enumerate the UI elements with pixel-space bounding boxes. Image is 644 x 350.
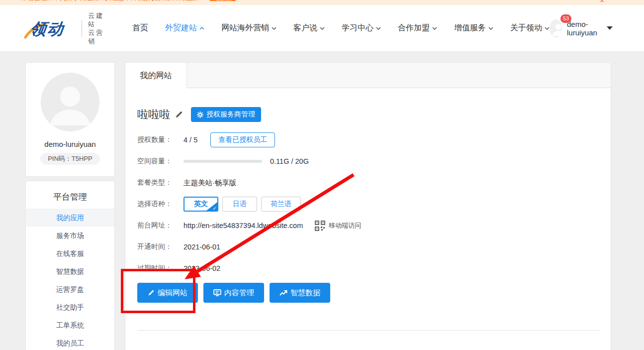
check-icon: ✓ <box>213 206 217 211</box>
sidebar-item-operation-compass[interactable]: 运营罗盘 <box>26 280 114 298</box>
profile-card: demo-luruiyuan PIN码：T5HPP <box>25 62 115 177</box>
nav-item-home[interactable]: 首页 <box>132 23 148 33</box>
gear-icon <box>197 112 203 118</box>
notice-link[interactable]: 立即前往 <box>210 0 236 1</box>
language-button-japanese[interactable]: 日语 <box>222 197 257 212</box>
main-nav: 首页 外贸建站 网站海外营销 客户说 学习中心 合作加盟 增值服务 关于领动 <box>132 23 550 33</box>
qr-code-icon <box>315 221 325 231</box>
auth-count-row: 授权数量： 4 / 5 查看已授权员工 <box>137 132 599 147</box>
avatar <box>41 73 99 131</box>
site-actions: 编辑网站 内容管理 智慧数据 <box>137 283 599 303</box>
nav-item-learning-center[interactable]: 学习中心 <box>342 23 381 33</box>
sidebar-section-title: 平台管理 <box>26 191 114 203</box>
nav-item-value-added[interactable]: 增值服务 <box>454 23 493 33</box>
logo-mark: 领动 <box>25 17 73 39</box>
open-date-row: 开通时间： 2021-06-01 <box>137 239 599 254</box>
plan-type-value: 主题美站·畅享版 <box>184 178 236 188</box>
pin-code: PIN码：T5HPP <box>40 153 100 165</box>
language-button-dutch[interactable]: 荷兰语 <box>261 197 301 212</box>
edit-title-pencil-icon[interactable] <box>175 111 183 118</box>
edit-website-button[interactable]: 编辑网站 <box>137 283 198 303</box>
person-icon <box>48 81 92 125</box>
main-panel: 我的网站 啦啦啦 授权服务商管理 授权数量： 4 <box>125 62 611 350</box>
sidebar-item-smart-data[interactable]: 智慧数据 <box>26 262 114 280</box>
chevron-down-icon <box>320 27 325 30</box>
capacity-value: 0.11G / 20G <box>270 157 309 165</box>
site-url-row: 前台网址： http://en-site54837394.ldwebsite.c… <box>137 218 599 233</box>
language-button-english[interactable]: 英文 ✓ <box>184 197 218 212</box>
header: 领动 云建站 云营销 首页 外贸建站 网站海外营销 客户说 学习中心 合作加盟 <box>0 5 644 51</box>
capacity-row: 空间容量： 0.11G / 20G <box>137 154 599 169</box>
chevron-up-icon <box>199 27 204 30</box>
caret-down-icon <box>607 26 613 30</box>
sidebar-item-my-apps[interactable]: 我的应用 <box>26 209 114 227</box>
pencil-icon <box>148 289 155 296</box>
plan-type-row: 套餐类型： 主题美站·畅享版 <box>137 175 599 190</box>
nav-item-overseas-marketing[interactable]: 网站海外营销 <box>221 23 276 33</box>
chevron-down-icon <box>376 27 381 30</box>
expire-date-row: 过期时间： 2023-06-02 <box>137 261 599 276</box>
content-icon <box>213 289 221 296</box>
person-icon <box>552 22 562 36</box>
username: demo-luruiyuan <box>567 20 603 37</box>
tab-strip: 我的网站 <box>125 63 611 88</box>
chevron-down-icon <box>432 27 437 30</box>
chevron-down-icon <box>545 27 550 30</box>
sidebar-menu: 平台管理 我的应用 服务市场 在线客服 智慧数据 运营罗盘 社交助手 工单系统 … <box>25 181 115 350</box>
expire-date-value: 2023-06-02 <box>184 264 220 272</box>
sidebar-item-online-support[interactable]: 在线客服 <box>26 244 114 262</box>
auth-count-value: 4 / 5 <box>184 136 197 144</box>
mobile-access-label: 移动端访问 <box>329 221 361 230</box>
avatar <box>550 19 562 37</box>
mobile-access[interactable]: 移动端访问 <box>315 221 361 231</box>
sidebar-item-my-staff[interactable]: 我的员工 <box>26 334 114 350</box>
profile-username: demo-luruiyuan <box>26 140 114 148</box>
notification-badge: 53 <box>560 14 571 23</box>
logo[interactable]: 领动 云建站 云营销 <box>25 11 107 45</box>
site-title: 啦啦啦 <box>137 107 170 122</box>
nav-item-foreign-trade[interactable]: 外贸建站 <box>165 23 204 33</box>
nav-item-about[interactable]: 关于领动 <box>510 23 550 33</box>
content-area: demo-luruiyuan PIN码：T5HPP 平台管理 我的应用 服务市场… <box>0 51 644 350</box>
logo-text: 领动 <box>29 18 66 40</box>
user-menu[interactable]: 53 demo-luruiyuan <box>550 19 613 37</box>
site-title-row: 啦啦啦 授权服务商管理 <box>137 107 599 122</box>
notice-text: 邮箱验证后，为防手机遗漏回执信息，方便接收系统邮件提醒。 <box>21 0 202 1</box>
sidebar-item-social-assistant[interactable]: 社交助手 <box>26 298 114 316</box>
smart-data-button[interactable]: 智慧数据 <box>270 283 330 303</box>
open-date-value: 2021-06-01 <box>184 243 220 251</box>
authorize-provider-button[interactable]: 授权服务商管理 <box>191 107 261 122</box>
view-authorized-staff-button[interactable]: 查看已授权员工 <box>210 132 275 147</box>
sidebar-item-service-market[interactable]: 服务市场 <box>26 227 114 244</box>
chevron-down-icon <box>272 27 276 30</box>
logo-tagline: 云建站 云营销 <box>88 11 107 45</box>
notice-banner: 邮箱验证后，为防手机遗漏回执信息，方便接收系统邮件提醒。立即前往 × <box>0 0 644 5</box>
trend-up-icon <box>279 290 287 296</box>
section-divider <box>138 330 600 331</box>
capacity-progress-bar <box>184 160 262 163</box>
nav-item-customer-voice[interactable]: 客户说 <box>293 23 325 33</box>
close-icon[interactable]: × <box>600 0 604 4</box>
language-row: 选择语种： 英文 ✓ 日语 荷兰语 <box>137 197 599 212</box>
sidebar-item-ticket-system[interactable]: 工单系统 <box>26 316 114 334</box>
nav-item-partnership[interactable]: 合作加盟 <box>398 23 437 33</box>
chevron-down-icon <box>488 27 493 30</box>
content-management-button[interactable]: 内容管理 <box>203 283 264 303</box>
site-url: http://en-site54837394.ldwebsite.com <box>184 222 303 230</box>
tab-my-website[interactable]: 我的网站 <box>125 63 187 88</box>
